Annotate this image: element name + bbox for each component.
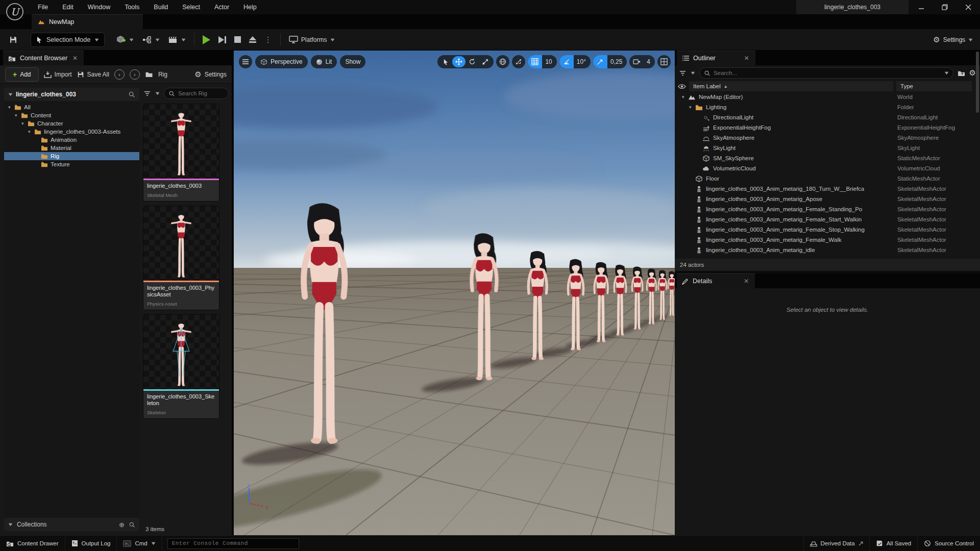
unreal-logo-icon[interactable]: U (5, 2, 24, 21)
outliner-scrollbar[interactable] (976, 52, 979, 113)
scale-tool-button[interactable] (479, 56, 492, 67)
move-tool-button[interactable] (452, 56, 465, 67)
folder-tree-item[interactable]: Character (4, 119, 139, 128)
path-folder-icon[interactable] (145, 71, 153, 78)
expander-icon[interactable] (15, 113, 21, 118)
menu-item[interactable]: Window (82, 1, 116, 13)
close-button[interactable] (957, 0, 980, 14)
camera-speed-control[interactable]: 4 (629, 55, 655, 68)
outliner-row[interactable]: Lighting Folder (675, 102, 980, 112)
outliner-row[interactable]: lingerie_clothes_0003_Anim_metarig_idle … (675, 245, 980, 255)
sources-header[interactable]: ▼ lingerie_clothes_003 (4, 88, 139, 101)
close-icon[interactable]: ✕ (743, 55, 750, 62)
scale-snap-icon[interactable] (593, 55, 607, 68)
outliner-row[interactable]: SkyLight SkyLight (675, 143, 980, 153)
outliner-row[interactable]: lingerie_clothes_0003_Anim_metarig_Apose… (675, 194, 980, 204)
column-type[interactable]: Type (896, 81, 972, 91)
eject-button[interactable] (245, 33, 260, 46)
menu-item[interactable]: Actor (208, 1, 235, 13)
tab-content-browser[interactable]: Content Browser ✕ (3, 51, 84, 65)
outliner-search-input[interactable]: Search... ▼ (699, 67, 953, 79)
expander-icon[interactable] (682, 94, 688, 99)
outliner-row[interactable]: SkyAtmosphere SkyAtmosphere (675, 133, 980, 143)
outliner-row[interactable]: VolumetricCloud VolumetricCloud (675, 163, 980, 173)
show-dropdown[interactable]: Show (340, 55, 365, 68)
play-options-button[interactable]: ⋮ (260, 32, 276, 47)
asset-tile[interactable]: lingerie_clothes_0003_PhysicsAsset Physi… (143, 206, 219, 310)
camera-icon[interactable] (629, 55, 644, 68)
menu-item[interactable]: Tools (118, 1, 145, 13)
rotation-snap-value[interactable]: 10° (574, 58, 591, 65)
outliner-row[interactable]: DirectionalLight DirectionalLight (675, 112, 980, 122)
folder-tree-item[interactable]: Material (4, 144, 139, 152)
perspective-dropdown[interactable]: Perspective (255, 55, 308, 68)
folder-tree-item[interactable]: All (4, 103, 139, 111)
add-collection-icon[interactable]: ⊕ (119, 521, 125, 529)
add-actor-dropdown[interactable]: ▼ (112, 32, 138, 47)
select-tool-button[interactable] (439, 56, 452, 67)
chevron-down-icon[interactable]: ▼ (943, 70, 949, 76)
cmd-dropdown[interactable]: >_ Cmd ▼ (117, 536, 162, 551)
platforms-dropdown[interactable]: Platforms ▼ (285, 33, 339, 46)
console-command-input[interactable]: Enter Console Command (167, 538, 299, 549)
outliner-row[interactable]: NewMap (Editor) World (675, 92, 980, 102)
forward-button[interactable]: › (130, 69, 140, 80)
level-viewport[interactable]: Perspective Lit Show 10 (234, 51, 675, 535)
menu-item[interactable]: Build (148, 1, 174, 13)
breadcrumb[interactable]: Rig (158, 71, 167, 78)
all-saved-button[interactable]: All Saved (870, 536, 918, 551)
viewport-layout-button[interactable] (657, 55, 671, 68)
asset-tile[interactable]: lingerie_clothes_0003 Skeletal Mesh (143, 104, 219, 201)
back-button[interactable]: ‹ (114, 69, 125, 80)
folder-tree-item[interactable]: Rig (4, 152, 139, 160)
expander-icon[interactable] (8, 105, 14, 110)
outliner-row[interactable]: Floor StaticMeshActor (675, 173, 980, 184)
viewport-menu-button[interactable] (239, 55, 252, 68)
collections-section[interactable]: ▼ Collections ⊕ (4, 518, 139, 531)
grid-snap-value[interactable]: 10 (542, 58, 556, 65)
filter-icon[interactable] (143, 90, 151, 97)
outliner-settings-button[interactable]: ⚙ (969, 68, 976, 78)
grid-snap-control[interactable]: 10 (528, 55, 556, 68)
chevron-down-icon[interactable]: ▼ (154, 91, 160, 96)
camera-speed-value[interactable]: 4 (644, 58, 655, 65)
asset-tile[interactable]: lingerie_clothes_0003_Skeleton Skeleton (143, 315, 219, 418)
folder-tree-item[interactable]: Texture (4, 160, 139, 168)
outliner-row[interactable]: lingerie_clothes_0003_Anim_metarig_Femal… (675, 204, 980, 214)
chevron-down-icon[interactable]: ▼ (690, 70, 696, 76)
minimize-button[interactable] (910, 0, 933, 14)
folder-tree-item[interactable]: lingerie_clothes_0003-Assets (4, 128, 139, 136)
content-drawer-button[interactable]: Content Drawer (0, 536, 65, 551)
close-icon[interactable]: ✕ (743, 278, 750, 285)
restore-button[interactable] (933, 0, 957, 14)
rotate-tool-button[interactable] (465, 56, 479, 67)
output-log-button[interactable]: Output Log (65, 536, 117, 551)
grid-snap-icon[interactable] (528, 55, 542, 68)
outliner-row[interactable]: lingerie_clothes_0003_Anim_metarig_Femal… (675, 235, 980, 245)
search-icon[interactable] (128, 91, 135, 98)
folder-tree-item[interactable]: Animation (4, 136, 139, 144)
tab-newmap[interactable]: NewMap (32, 14, 143, 29)
menu-item[interactable]: Help (237, 1, 263, 13)
derived-data-button[interactable]: Derived Data (803, 536, 870, 551)
outliner-row[interactable]: lingerie_clothes_0003_Anim_metarig_Femal… (675, 224, 980, 235)
skip-button[interactable] (214, 33, 230, 46)
outliner-row[interactable]: ExponentialHeightFog ExponentialHeightFo… (675, 122, 980, 133)
cinematics-dropdown[interactable]: ▼ (164, 33, 190, 47)
menu-item[interactable]: Select (176, 1, 206, 13)
visibility-eye-icon[interactable] (678, 84, 686, 89)
expander-icon[interactable] (689, 105, 695, 110)
import-button[interactable]: Import (44, 71, 72, 78)
scale-snap-control[interactable]: 0,25 (593, 55, 627, 68)
rotation-snap-control[interactable]: 10° (559, 55, 591, 68)
stop-button[interactable] (230, 33, 245, 46)
outliner-row[interactable]: SM_SkySphere StaticMeshActor (675, 153, 980, 163)
blueprints-dropdown[interactable]: ▼ (138, 33, 164, 47)
menu-item[interactable]: File (32, 1, 54, 13)
outliner-row[interactable]: lingerie_clothes_0003_Anim_metarig_Femal… (675, 214, 980, 224)
close-icon[interactable]: ✕ (71, 55, 79, 62)
scale-snap-value[interactable]: 0,25 (607, 58, 627, 65)
new-folder-icon[interactable] (958, 70, 965, 77)
save-all-button[interactable]: Save All (77, 71, 109, 78)
expander-icon[interactable] (28, 129, 34, 134)
